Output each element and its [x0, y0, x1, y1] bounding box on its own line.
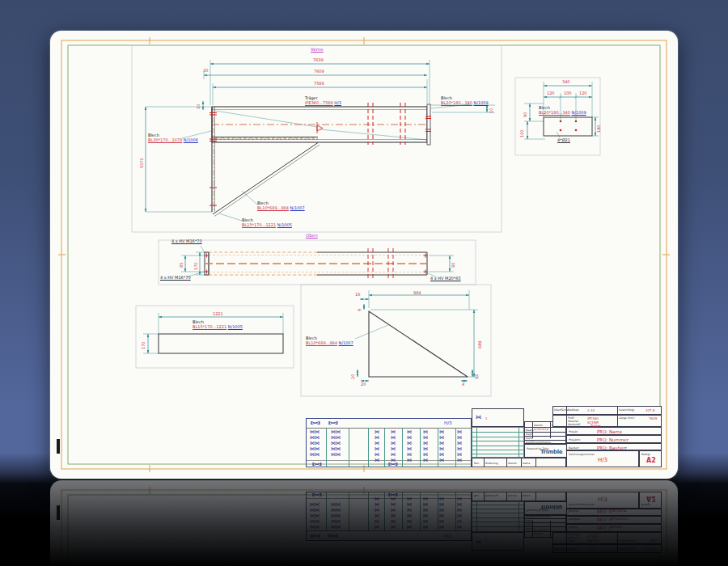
massstab-value: 1:10 [587, 408, 595, 412]
dim-7609: 7609 [314, 70, 324, 74]
plate1007-detail-label: Blech BL10*689...984 N/1007 [306, 336, 353, 346]
sheet-size-value: A2 [646, 495, 656, 502]
dim-10-left: 10 [197, 104, 201, 109]
parts-grid [472, 501, 524, 532]
front-view-title: Vorne [311, 48, 324, 53]
ausfuehrung-label: Ausführungsmasse... [526, 515, 552, 518]
hole-note: 4*Ø21 [557, 138, 570, 142]
bolt-symbol: ⋈ [387, 492, 399, 497]
fold-mark [57, 439, 60, 454]
projektnr-label: Projektnr. [569, 517, 581, 521]
bolt-symbol: ⋈ [407, 502, 412, 507]
bolt-symbol: ⋈⋈ [331, 452, 341, 457]
dim-7639: 7639 [313, 58, 324, 62]
bolt-symbol: ⋈ [439, 508, 444, 513]
bauherr-row: Bauherr PRO: Bauherr [566, 443, 662, 450]
projektnr-value: PRO: Nummer [597, 437, 629, 442]
gepr-label: Gepr. [526, 523, 532, 526]
werkstoff-label: Werkstoff [568, 423, 580, 426]
dim-9: 9 [358, 309, 362, 311]
bolt-symbol: ⋈ [439, 502, 444, 507]
projektnr-value: PRO: Nummer [597, 517, 629, 522]
title-block: ⋈ 1 Rev. Änderung Datum Na [472, 406, 662, 467]
bolt-symbol: ⋈ [457, 496, 462, 501]
projektnr-row: Projektnr. PRO: Nummer [566, 516, 662, 524]
aenderung-label: Änderung [485, 462, 498, 465]
bauherr-row: Bauherr PRO: Bauherr [566, 509, 662, 516]
laenge-label: Länge (mm) [619, 416, 634, 420]
profil-value: IPE360 [587, 539, 599, 543]
dim-984: 984 [413, 291, 421, 295]
plate-label-1005: Blech BL15*170...1221 N/1005 [242, 218, 292, 228]
dim-5070: 5070 [140, 158, 144, 168]
beam-pos: H/3 [334, 100, 341, 105]
bolt-symbol: ⋈ [391, 525, 396, 530]
bolt-symbol: ⋈⋈ [331, 508, 341, 513]
plate-label-1006: Blech BL30*170...1078 N/1006 [148, 133, 198, 143]
signature-block: Datum Name Bearb. 5/28/2014 Gepr. Norm A… [524, 515, 566, 538]
bolt-symbol: ⋈ [423, 519, 428, 524]
material-label: Material [568, 536, 578, 539]
bolt-table: H/3 ⋈⋈⋈⋈⋈⋈⋈⋈⋈⋈⋈⋈⋈⋈⋈⋈⋈⋈⋈⋈⋈⋈⋈⋈⋈⋈⋈⋈⋈⋈⋈⋈⋈⋈⋈⋈… [306, 492, 472, 541]
bolt-symbol: ⋈ [391, 496, 396, 501]
oberflaeche-label: Oberfläche [554, 547, 569, 551]
powered-by-label: Powered by Tekla [527, 509, 549, 512]
beam-label: Träger IPE360...7589 H/3 [305, 95, 341, 106]
material-row: Profil Material Werkstoff IPE360 S235JR … [552, 415, 662, 427]
datum-label: Datum [534, 533, 543, 536]
bolt-symbol: ⋈ [423, 508, 428, 513]
view-frames [132, 45, 600, 396]
assembly-mark: H/3 [444, 534, 452, 539]
bolt-symbol: ⋈ [375, 513, 379, 518]
bauherr-value: PRO: Bauherr [597, 509, 627, 514]
bolt-symbol: ⋈⋈ [310, 452, 320, 457]
bolt-note-top-left: 4 x HV M16*70 [171, 239, 202, 243]
drawing-sheet: Vorne 7639 30 7609 7589 5070 10 10 Träge… [50, 480, 678, 566]
plate1007-lines [355, 290, 479, 381]
assembly-symbol-box [472, 532, 524, 551]
bolt-symbol: ⋈ [387, 462, 399, 467]
projekt-row: Projekt PRO: Name [566, 524, 662, 532]
dim-120b: 120 [579, 91, 587, 95]
bolt-symbol: ⋈ [423, 496, 428, 501]
bolt-symbol: ⋈ [407, 525, 412, 530]
revision-strip: Rev. Änderung Datum Name [472, 458, 566, 467]
projekt-value: PRO: Name [597, 525, 622, 530]
bolt-symbol: ⋈ [423, 502, 428, 507]
bolt-symbol: ⋈ [457, 513, 462, 518]
zeichnungsnummer-value: H/3 [598, 457, 607, 463]
dim-90-top: 90 [451, 263, 455, 268]
bolt-symbol: ⋈ [328, 420, 339, 425]
bolt-symbol: ⋈ [439, 519, 444, 524]
aenderung-label: Änderung [485, 494, 498, 497]
bauherr-value: PRO: Bauherr [597, 446, 627, 450]
norm-label: Norm [526, 437, 533, 440]
name-label: Name [552, 533, 559, 536]
assembly-bolt-symbol: ⋈ [476, 415, 481, 420]
zeichnungsnummer-label: Zeichnungsnummer [569, 504, 595, 507]
bearb-label: Bearb. [526, 528, 534, 531]
bolt-symbol: ⋈ [375, 496, 379, 501]
projekt-label: Projekt [569, 526, 578, 529]
bolt-symbol: ⋈ [423, 513, 428, 518]
dim-4: 4 [462, 382, 464, 386]
zeichnungsnummer-value: H/3 [598, 496, 607, 502]
dim-120a: 120 [547, 91, 555, 95]
logo-box: Powered by Tekla Trimble ® [524, 501, 569, 515]
bolt-note-right: 4 x HV M20*65 [430, 277, 461, 281]
bolt-symbol: ⋈⋈ [310, 502, 320, 507]
bolt-symbol: ⋈⋈ [310, 525, 320, 530]
bolt-symbol: ⋈⋈ [331, 525, 341, 530]
werkstoff-label: Werkstoff [568, 533, 580, 536]
blatt-label: Blattgr. [641, 453, 651, 456]
bolt-symbol: ⋈ [375, 508, 379, 513]
top-view-lines [181, 246, 454, 279]
dim-170-plate: 170 [142, 341, 146, 349]
bolt-symbol: ⋈ [457, 508, 462, 513]
dim-85: 85 [180, 263, 184, 268]
dim-10-right: 10 [489, 108, 493, 113]
dim-689: 689 [478, 340, 482, 348]
datum-label: Datum [534, 424, 543, 427]
scale-row: Oberfläche Maßstab 1:10 Gewicht(kg) 337.… [552, 406, 662, 415]
scale-row: Oberfläche Maßstab 1:10 Gewicht(kg) 337.… [552, 544, 662, 553]
